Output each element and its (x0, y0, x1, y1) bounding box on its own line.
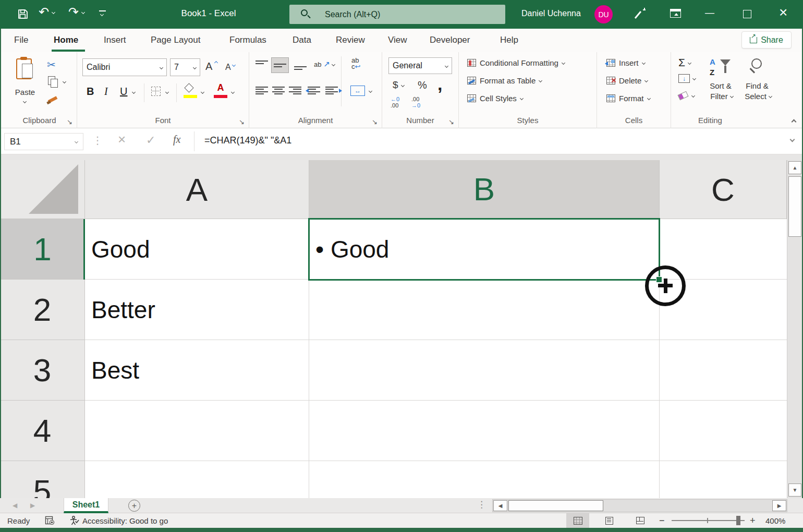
increase-decimal-button[interactable]: ←0.00 (391, 96, 399, 108)
number-format-combo[interactable]: General (388, 57, 452, 74)
underline-dropdown-chevron[interactable] (132, 90, 136, 94)
borders-button[interactable] (151, 87, 161, 96)
accounting-format-button[interactable]: $ (393, 79, 404, 91)
format-as-table-button[interactable]: Format as Table (467, 76, 542, 85)
cancel-button[interactable]: × (118, 131, 126, 148)
fill-button[interactable]: ↓ (678, 74, 696, 83)
next-sheet-button[interactable]: ▶ (30, 502, 35, 509)
column-header-a[interactable]: A (85, 160, 309, 219)
tab-bar-resize-handle[interactable]: ⋮ (477, 499, 486, 510)
sheet-grid[interactable]: A B C 1 2 3 4 5 Good • Good Better Best (0, 160, 787, 498)
share-button[interactable]: ↗ Share (741, 31, 792, 49)
tab-view[interactable]: View (388, 35, 407, 45)
close-button[interactable]: × (779, 4, 787, 21)
enter-button[interactable]: ✓ (146, 134, 155, 147)
expand-formula-bar-button[interactable] (790, 137, 795, 142)
vertical-scroll-thumb[interactable] (788, 176, 801, 237)
insert-function-button[interactable]: fx (173, 134, 180, 146)
bottom-align-button[interactable] (294, 61, 307, 70)
zoom-slider-track[interactable] (672, 520, 745, 521)
horizontal-scroll-thumb[interactable] (508, 500, 603, 511)
row-header-4[interactable]: 4 (0, 401, 85, 461)
formula-input[interactable]: =CHAR(149)&" "&A1 (204, 135, 291, 146)
font-dialog-launcher[interactable]: ↘ (239, 118, 245, 126)
font-color-button[interactable]: A (214, 82, 227, 99)
alignment-dialog-launcher[interactable]: ↘ (372, 118, 378, 126)
cell-A2[interactable]: Better (85, 280, 309, 340)
middle-align-button[interactable] (271, 57, 289, 73)
minimize-button[interactable]: — (705, 7, 714, 18)
underline-button[interactable]: U (120, 86, 127, 98)
clipboard-dialog-launcher[interactable]: ↘ (67, 118, 72, 126)
zoom-level[interactable]: 400% (765, 516, 785, 525)
insert-cells-button[interactable]: Insert (606, 58, 645, 67)
normal-view-button[interactable] (566, 513, 589, 528)
wrap-text-button[interactable]: ab c↩ (351, 57, 360, 70)
avatar[interactable]: DU (594, 5, 613, 23)
vertical-scrollbar[interactable]: ▲ ▼ (787, 160, 802, 498)
search-box[interactable]: Search (Alt+Q) (289, 5, 505, 24)
maximize-button[interactable] (743, 10, 751, 18)
tab-data[interactable]: Data (293, 35, 311, 45)
undo-button[interactable]: ↶ (39, 6, 55, 18)
row-header-1[interactable]: 1 (0, 219, 85, 280)
format-cells-button[interactable]: Format (606, 94, 650, 103)
scroll-down-button[interactable]: ▼ (788, 483, 801, 497)
cell-A3[interactable]: Best (85, 340, 309, 401)
cut-button[interactable]: ✂ (47, 58, 56, 71)
decrease-font-size-button[interactable]: A (225, 63, 231, 72)
row-header-3[interactable]: 3 (0, 340, 85, 401)
merge-dropdown-chevron[interactable] (369, 89, 372, 93)
merge-center-button[interactable]: ↔ (350, 86, 365, 96)
tab-review[interactable]: Review (336, 35, 365, 45)
zoom-slider-thumb[interactable] (736, 516, 740, 525)
comma-style-button[interactable]: , (437, 74, 442, 94)
number-dialog-launcher[interactable]: ↘ (448, 118, 454, 126)
align-left-button[interactable] (256, 87, 268, 94)
tab-insert[interactable]: Insert (104, 35, 126, 45)
increase-indent-button[interactable] (325, 87, 338, 94)
conditional-formatting-button[interactable]: Conditional Formatting (467, 58, 565, 67)
paste-button[interactable]: Paste (8, 56, 42, 108)
fill-color-dropdown-chevron[interactable] (201, 90, 204, 94)
font-size-combo[interactable]: 7 (170, 58, 200, 76)
page-break-preview-button[interactable] (629, 513, 652, 528)
zoom-out-button[interactable]: − (659, 515, 665, 526)
tab-file[interactable]: File (14, 35, 28, 45)
tab-developer[interactable]: Developer (430, 35, 470, 45)
tab-page-layout[interactable]: Page Layout (151, 35, 200, 45)
decrease-decimal-button[interactable]: .00→0 (411, 96, 420, 108)
accessibility-button[interactable] (69, 515, 79, 527)
accessibility-status[interactable]: Accessibility: Good to go (82, 516, 168, 525)
copy-button[interactable] (48, 76, 55, 85)
page-layout-view-button[interactable] (598, 513, 620, 528)
copy-dropdown-chevron[interactable] (63, 80, 66, 83)
sheet-tab-sheet1[interactable]: Sheet1 (64, 498, 108, 513)
row-header-5[interactable]: 5 (0, 461, 85, 498)
borders-dropdown-chevron[interactable] (165, 90, 169, 94)
tab-home[interactable]: Home (54, 35, 78, 45)
collapse-ribbon-button[interactable] (792, 119, 797, 125)
percent-style-button[interactable]: % (418, 79, 427, 91)
increase-font-size-button[interactable]: A (205, 61, 212, 72)
select-all-button[interactable] (0, 160, 85, 219)
align-right-button[interactable] (289, 87, 301, 94)
cell-A1[interactable]: Good (85, 219, 309, 280)
font-name-combo[interactable]: Calibri (82, 58, 167, 76)
name-box[interactable]: B1 (4, 133, 83, 150)
zoom-in-button[interactable]: + (750, 515, 756, 526)
name-box-separator-handle[interactable]: ⋮ (92, 134, 103, 147)
find-select-button[interactable]: Find & Select (740, 56, 774, 108)
scroll-up-button[interactable]: ▲ (788, 161, 801, 174)
tab-formulas[interactable]: Formulas (229, 35, 266, 45)
row-header-2[interactable]: 2 (0, 280, 85, 340)
previous-sheet-button[interactable]: ◀ (13, 502, 17, 509)
column-header-b[interactable]: B (309, 160, 660, 219)
autosum-button[interactable]: Σ (678, 56, 691, 69)
horizontal-scrollbar[interactable]: ◀ ▶ (492, 499, 787, 512)
column-header-c[interactable]: C (660, 160, 787, 219)
macro-record-button[interactable] (45, 516, 55, 527)
center-button[interactable] (272, 87, 285, 94)
bold-button[interactable]: B (87, 86, 94, 98)
scroll-left-button[interactable]: ◀ (493, 500, 507, 511)
